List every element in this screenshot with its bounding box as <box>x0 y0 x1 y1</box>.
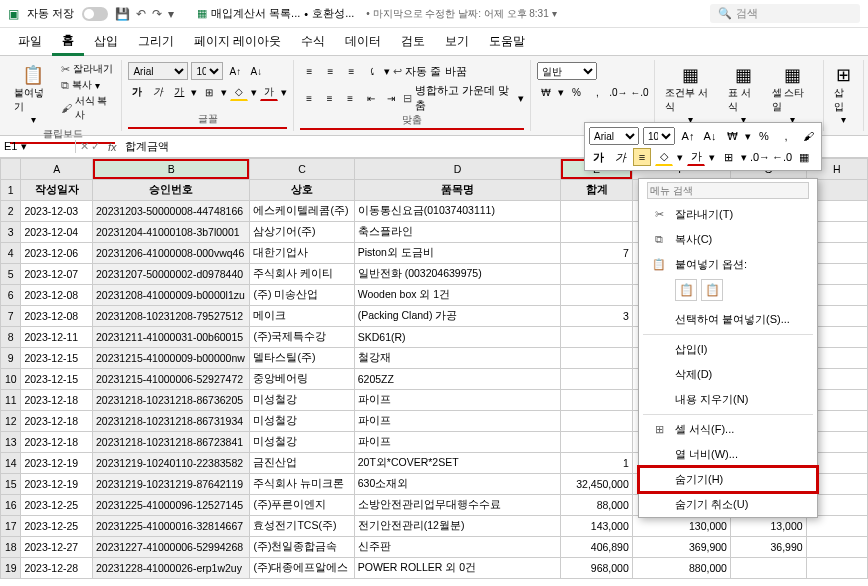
cell[interactable]: 20231204-41000108-3b7l0001 <box>93 222 250 243</box>
fill-color-button[interactable]: ◇ <box>230 83 248 101</box>
cell[interactable]: 파이프 <box>354 390 561 411</box>
cell[interactable]: 2023-12-15 <box>21 348 93 369</box>
cell[interactable]: 파이프 <box>354 432 561 453</box>
inc-decimal-button[interactable]: .0→ <box>609 83 627 101</box>
row-head-7[interactable]: 7 <box>1 306 21 327</box>
row-head-12[interactable]: 12 <box>1 411 21 432</box>
cm-cut[interactable]: ✂잘라내기(T) <box>639 202 817 227</box>
cell[interactable]: 3 <box>561 306 633 327</box>
confirm-formula-icon[interactable]: ✓ <box>91 140 100 153</box>
tab-그리기[interactable]: 그리기 <box>128 29 184 54</box>
decrease-font-icon[interactable]: A↓ <box>247 62 265 80</box>
row-head-6[interactable]: 6 <box>1 285 21 306</box>
cell[interactable]: 신주판 <box>354 537 561 558</box>
cut-button[interactable]: ✂잘라내기 <box>61 62 116 76</box>
cell[interactable] <box>806 558 867 579</box>
cell[interactable]: 143,000 <box>561 516 633 537</box>
number-format-select[interactable]: 일반 <box>537 62 597 80</box>
cell[interactable]: 삼상기어(주) <box>250 222 354 243</box>
header-cell[interactable]: 승인번호 <box>93 180 250 201</box>
cell[interactable]: 369,900 <box>632 537 730 558</box>
tab-삽입[interactable]: 삽입 <box>84 29 128 54</box>
cell[interactable]: 36,990 <box>730 537 806 558</box>
cond-format-button[interactable]: ▦조건부 서식▾ <box>661 62 720 127</box>
row-head-14[interactable]: 14 <box>1 453 21 474</box>
align-right-button[interactable]: ≡ <box>341 89 358 107</box>
tab-수식[interactable]: 수식 <box>291 29 335 54</box>
namebox[interactable]: E1 ▾ <box>0 140 76 153</box>
underline-button[interactable]: 가 <box>170 83 188 101</box>
cell[interactable]: 주식회사 뉴미크론 <box>250 474 354 495</box>
wrap-text-button[interactable]: ↩자동 줄 바꿈 <box>393 64 466 79</box>
cell[interactable]: 미성철강 <box>250 432 354 453</box>
cell[interactable]: 2023-12-06 <box>21 243 93 264</box>
mini-dec-dec-icon[interactable]: ←.0 <box>773 148 791 166</box>
row-head-9[interactable]: 9 <box>1 348 21 369</box>
autosave-toggle[interactable] <box>82 7 108 21</box>
mini-fill-button[interactable]: ◇ <box>655 148 673 166</box>
cell[interactable]: 2023-12-18 <box>21 432 93 453</box>
currency-button[interactable]: ₩ <box>537 83 555 101</box>
cell[interactable]: 13,000 <box>730 516 806 537</box>
cell[interactable]: 주식회사 케이티 <box>250 264 354 285</box>
cell[interactable]: POWER ROLLER 외 0건 <box>354 558 561 579</box>
cell[interactable]: 20231215-41000006-52927472 <box>93 369 250 390</box>
align-bottom-button[interactable]: ≡ <box>342 62 360 80</box>
align-center-button[interactable]: ≡ <box>321 89 338 107</box>
row-head-16[interactable]: 16 <box>1 495 21 516</box>
cell[interactable] <box>561 201 633 222</box>
tab-페이지 레이아웃[interactable]: 페이지 레이아웃 <box>184 29 291 54</box>
cell[interactable]: 20231215-41000009-b00000nw <box>93 348 250 369</box>
mini-dec-font-icon[interactable]: A↓ <box>701 127 719 145</box>
format-painter-button[interactable]: 🖌서식 복사 <box>61 94 116 122</box>
cm-col-width[interactable]: 열 너비(W)... <box>639 442 817 467</box>
font-name-select[interactable]: Arial <box>128 62 188 80</box>
row-head-11[interactable]: 11 <box>1 390 21 411</box>
col-head-B[interactable]: B <box>93 159 250 180</box>
cell[interactable]: SKD61(R) <box>354 327 561 348</box>
header-cell[interactable]: 상호 <box>250 180 354 201</box>
tab-홈[interactable]: 홈 <box>52 28 84 56</box>
cell[interactable]: 미성철강 <box>250 411 354 432</box>
cell[interactable]: (주) 미송산업 <box>250 285 354 306</box>
cell[interactable] <box>561 432 633 453</box>
cell[interactable]: 6205ZZ <box>354 369 561 390</box>
tab-데이터[interactable]: 데이터 <box>335 29 391 54</box>
cell[interactable]: 20231208-10231208-79527512 <box>93 306 250 327</box>
cm-insert[interactable]: 삽입(I) <box>639 337 817 362</box>
cell[interactable]: 130,000 <box>632 516 730 537</box>
cell[interactable]: 2023-12-18 <box>21 411 93 432</box>
row-head-13[interactable]: 13 <box>1 432 21 453</box>
paste-option-values[interactable]: 📋 <box>701 279 723 301</box>
cell[interactable]: (주)국제특수강 <box>250 327 354 348</box>
row-head-19[interactable]: 19 <box>1 558 21 579</box>
cell[interactable]: 2023-12-11 <box>21 327 93 348</box>
cell[interactable]: (주)대종에프알에스 <box>250 558 354 579</box>
cell[interactable]: 2023-12-18 <box>21 390 93 411</box>
row-head-17[interactable]: 17 <box>1 516 21 537</box>
insert-cells-button[interactable]: ⊞삽입▾ <box>830 62 857 127</box>
mini-bold-button[interactable]: 가 <box>589 148 607 166</box>
mini-font-select[interactable]: Arial <box>589 127 639 145</box>
cell[interactable]: 7 <box>561 243 633 264</box>
col-head-A[interactable]: A <box>21 159 93 180</box>
tab-보기[interactable]: 보기 <box>435 29 479 54</box>
cell[interactable]: 2023-12-03 <box>21 201 93 222</box>
percent-button[interactable]: % <box>567 83 585 101</box>
cell[interactable]: 32,450,000 <box>561 474 633 495</box>
copy-button[interactable]: ⧉복사 ▾ <box>61 78 116 92</box>
cell[interactable] <box>806 516 867 537</box>
cell[interactable]: 20231219-10240110-22383582 <box>93 453 250 474</box>
mini-currency-icon[interactable]: ₩ <box>723 127 741 145</box>
indent-inc-button[interactable]: ⇥ <box>382 89 399 107</box>
cell[interactable]: 20231203-50000008-44748166 <box>93 201 250 222</box>
italic-button[interactable]: 가 <box>149 83 167 101</box>
cell[interactable]: 20231218-10231218-86723841 <box>93 432 250 453</box>
cell[interactable]: 1 <box>561 453 633 474</box>
cell[interactable]: 메이크 <box>250 306 354 327</box>
cm-delete[interactable]: 삭제(D) <box>639 362 817 387</box>
cell[interactable]: 630소재외 <box>354 474 561 495</box>
cell[interactable]: 파이프 <box>354 411 561 432</box>
header-cell[interactable]: 합계 <box>561 180 633 201</box>
cell[interactable]: 미성철강 <box>250 390 354 411</box>
